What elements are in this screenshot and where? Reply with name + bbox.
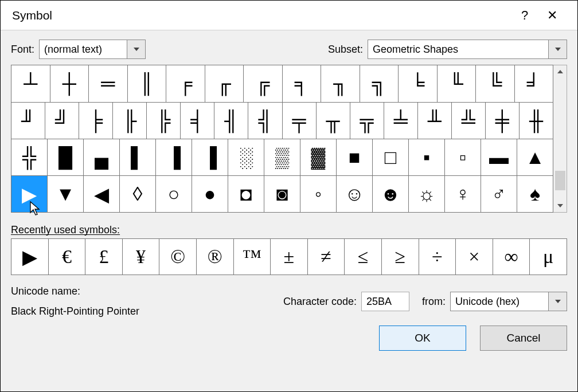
recent-cell[interactable]: € [49,239,86,275]
help-button[interactable]: ? [511,1,538,30]
symbol-cell[interactable]: ╔ [244,65,283,102]
symbol-cell[interactable]: ╧ [384,103,418,139]
from-combo[interactable]: Unicode (hex) [450,292,567,311]
symbol-cell[interactable]: ║ [128,65,167,102]
font-combo[interactable]: (normal text) [39,40,146,59]
symbol-cell[interactable]: ◙ [264,176,300,212]
from-dropdown-button[interactable] [548,292,567,311]
symbol-cell[interactable]: ◊ [120,176,156,212]
symbol-cell[interactable]: ☻ [373,176,409,212]
scroll-down-button[interactable] [553,199,567,212]
scroll-thumb[interactable] [555,171,565,190]
scroll-up-button[interactable] [553,65,567,78]
symbol-cell[interactable]: ▫ [445,139,481,175]
symbol-cell[interactable]: ▼ [48,176,84,212]
symbol-cell[interactable]: ╗ [360,65,399,102]
symbol-cell[interactable]: ◦ [300,176,337,212]
symbol-cell[interactable]: ■ [337,139,373,175]
subset-value[interactable]: Geometric Shapes [368,40,548,58]
symbol-cell[interactable]: ▲ [517,139,553,175]
symbol-cell[interactable]: ◘ [228,176,264,212]
symbol-cell[interactable]: ● [192,176,228,212]
symbol-cell[interactable]: ◀ [84,176,120,212]
recent-cell[interactable]: ≤ [345,239,382,275]
recent-cell[interactable]: ¥ [123,239,160,275]
symbol-cell[interactable]: ╚ [476,65,515,102]
symbol-cell[interactable]: ▐ [156,139,192,175]
recent-cell[interactable]: ▶ [11,239,49,275]
symbol-cell[interactable]: ╟ [113,103,147,139]
close-button[interactable]: ✕ [538,1,566,30]
symbol-cell[interactable]: ▓ [300,139,337,175]
char-code-input[interactable]: 25BA [361,292,409,311]
symbol-cell[interactable]: ▌ [120,139,156,175]
symbol-cell[interactable]: ╘ [399,65,438,102]
symbol-cell[interactable]: ╪ [486,103,520,139]
symbol-cell[interactable]: ♠ [517,176,553,212]
symbol-grid[interactable]: ┴┼═║╒╓╔╕╖╗╘╙╚╛╜╝╞╟╠╡╢╣╤╥╦╧╨╩╪╫╬█▄▌▐▐░▒▓■… [11,65,553,213]
from-value[interactable]: Unicode (hex) [451,292,548,311]
symbol-cell[interactable]: ▄ [84,139,120,175]
symbol-cell[interactable]: ╝ [45,103,79,139]
symbol-cell[interactable]: ╖ [321,65,360,102]
symbol-cell[interactable]: ╠ [147,103,181,139]
symbol-cell[interactable]: ○ [156,176,192,212]
symbol-cell[interactable]: ▶ [11,176,48,212]
symbol-cell[interactable]: □ [373,139,409,175]
symbol-cell[interactable]: ╤ [283,103,317,139]
subset-dropdown-button[interactable] [548,40,567,58]
symbol-cell[interactable]: ╫ [520,103,553,139]
recent-label: Recently used symbols: [11,224,567,236]
dialog-button-row: OK Cancel [11,326,567,351]
symbol-cell[interactable]: ░ [228,139,264,175]
symbol-cell[interactable]: ╩ [452,103,486,139]
cancel-button[interactable]: Cancel [480,326,567,351]
symbol-cell[interactable]: ♀ [445,176,481,212]
symbol-cell[interactable]: ▪ [409,139,445,175]
ok-button[interactable]: OK [379,326,466,351]
symbol-cell[interactable]: ╒ [166,65,205,102]
recent-cell[interactable]: ∞ [493,239,530,275]
symbol-cell[interactable]: ╙ [438,65,477,102]
recent-cell[interactable]: × [456,239,493,275]
symbol-cell[interactable]: ╢ [214,103,248,139]
recent-cell[interactable]: ÷ [419,239,456,275]
recent-cell[interactable]: ± [271,239,308,275]
symbol-cell[interactable]: ═ [89,65,128,102]
font-subset-row: Font: (normal text) Subset: Geometric Sh… [11,40,567,59]
symbol-cell[interactable]: ╕ [283,65,322,102]
font-dropdown-button[interactable] [127,40,145,58]
symbol-cell[interactable]: ╦ [350,103,384,139]
symbol-cell[interactable]: ╣ [248,103,282,139]
symbol-cell[interactable]: ┼ [50,65,89,102]
symbol-cell[interactable]: ╞ [79,103,113,139]
recent-grid[interactable]: ▶€£¥©®™±≠≤≥÷×∞μ [11,238,567,275]
recent-cell[interactable]: £ [85,239,123,275]
symbol-cell[interactable]: ╛ [515,65,553,102]
symbol-cell[interactable]: ╜ [11,103,45,139]
recent-cell[interactable]: ™ [234,239,271,275]
symbol-cell[interactable]: ┴ [11,65,50,102]
symbol-cell[interactable]: ╨ [418,103,452,139]
symbol-cell[interactable]: ╥ [317,103,350,139]
recent-cell[interactable]: ≥ [382,239,419,275]
symbol-cell[interactable]: ♂ [481,176,517,212]
subset-combo[interactable]: Geometric Shapes [368,40,567,59]
symbol-scrollbar[interactable] [553,65,567,213]
recent-cell[interactable]: ≠ [308,239,345,275]
font-value[interactable]: (normal text) [40,40,127,58]
symbol-cell[interactable]: █ [48,139,84,175]
symbol-cell[interactable]: ╬ [11,139,48,175]
dialog-body: Font: (normal text) Subset: Geometric Sh… [1,30,577,391]
recent-cell[interactable]: μ [530,239,567,275]
symbol-cell[interactable]: ▬ [481,139,517,175]
recent-cell[interactable]: ® [197,239,234,275]
symbol-cell[interactable]: ╓ [205,65,244,102]
symbol-cell[interactable]: ╡ [181,103,214,139]
symbol-cell[interactable]: ▐ [192,139,228,175]
recent-cell[interactable]: © [159,239,197,275]
symbol-cell[interactable]: ▒ [264,139,300,175]
symbol-cell[interactable]: ☼ [409,176,445,212]
symbol-cell[interactable]: ☺ [337,176,373,212]
unicode-name-value: Black Right-Pointing Pointer [11,305,283,317]
